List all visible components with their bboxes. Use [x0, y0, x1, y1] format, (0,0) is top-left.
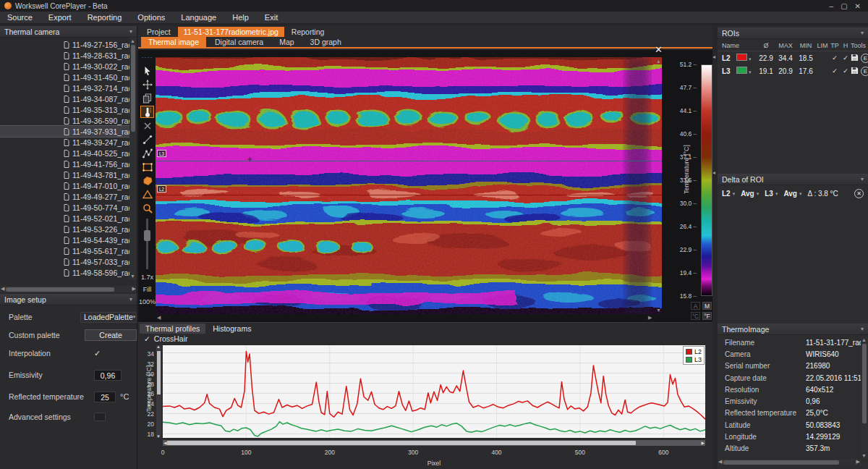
delta-roi-b-select[interactable]: L3▾ — [765, 190, 778, 198]
scroll-up-icon[interactable]: ▲ — [130, 38, 135, 43]
file-list-vscrollbar[interactable]: ▲ ▼ — [129, 38, 137, 279]
tp-checkbox[interactable]: ✓ — [829, 54, 841, 62]
tab-project[interactable]: Project — [141, 27, 176, 37]
menu-options[interactable]: Options — [137, 13, 165, 22]
export-icon[interactable] — [851, 67, 859, 76]
subtab-3d-graph[interactable]: 3D graph — [303, 37, 349, 47]
image-scroll-left-icon[interactable]: ◀ — [157, 315, 161, 321]
roi-l3-label[interactable]: L3 — [157, 150, 166, 157]
file-item[interactable]: 11-49-30-022_radiom — [0, 61, 129, 72]
chart-vscrollbar[interactable]: ▲ ▼ — [156, 345, 161, 438]
subtab-map[interactable]: Map — [272, 37, 301, 47]
image-scroll-right-icon[interactable]: ▶ — [648, 315, 652, 321]
menu-export[interactable]: Export — [48, 13, 72, 22]
close-icon[interactable]: ✕ — [855, 2, 861, 10]
h-checkbox[interactable]: ✓ — [841, 54, 851, 62]
file-item[interactable]: 11-49-40-525_radiom — [0, 148, 129, 159]
roi-color-swatch[interactable] — [736, 67, 747, 74]
zoom-percent-button[interactable]: 100% — [139, 298, 156, 305]
file-item[interactable]: 11-49-41-756_radiom — [0, 159, 129, 169]
delta-fn-b-select[interactable]: Avg▾ — [783, 190, 801, 198]
advanced-settings-button[interactable] — [94, 413, 106, 421]
close-image-icon[interactable]: ✕ — [655, 44, 663, 55]
line-icon[interactable] — [140, 133, 154, 145]
subtab-digital-camera[interactable]: Digital camera — [208, 37, 271, 47]
scroll-right-icon[interactable]: ▶ — [132, 286, 136, 292]
menu-source[interactable]: Source — [7, 13, 33, 22]
file-item[interactable]: 11-49-28-631_radiom — [0, 50, 129, 61]
file-item[interactable]: 11-49-47-010_radiom — [0, 180, 129, 191]
rectangle-icon[interactable] — [140, 161, 154, 173]
menu-language[interactable]: Language — [181, 13, 216, 22]
thermometer-icon[interactable] — [140, 106, 154, 118]
edit-roi-icon[interactable]: E — [861, 54, 868, 63]
file-item[interactable]: 11-49-49-277_radiom — [0, 191, 129, 202]
fill-button[interactable]: Fill — [143, 286, 152, 293]
file-item[interactable]: 11-49-31-450_radiom — [0, 72, 129, 83]
file-item[interactable]: 11-49-35-313_radiom — [0, 104, 129, 115]
polyline-icon[interactable] — [140, 147, 154, 159]
tab-histograms[interactable]: Histograms — [207, 324, 257, 334]
edit-roi-icon[interactable]: E — [861, 67, 868, 76]
roi-row[interactable]: L2 ▾ 22.9 34.4 18.5 ✓ ✓ E R ✕ — [718, 51, 868, 64]
fahrenheit-button[interactable]: °F — [702, 312, 712, 320]
scroll-down-icon[interactable]: ▼ — [130, 274, 135, 279]
file-item[interactable]: 11-49-27-156_radiom — [0, 39, 129, 50]
file-item[interactable]: 11-49-52-021_radiom — [0, 213, 129, 224]
delta-roi-a-select[interactable]: L2▾ — [722, 190, 735, 198]
file-item[interactable]: 11-49-53-226_radiom — [0, 224, 129, 234]
delete-cross-icon[interactable] — [140, 119, 154, 132]
create-palette-button[interactable]: Create — [85, 329, 137, 341]
thermoimage-vscrollbar[interactable]: ▲▼ — [861, 337, 868, 459]
celsius-button[interactable]: °C — [691, 312, 700, 320]
file-item[interactable]: 11-49-57-033_radiom — [0, 256, 129, 267]
magnifier-icon[interactable] — [140, 202, 154, 214]
file-item[interactable]: 11-49-54-439_radiom — [0, 234, 129, 245]
h-checkbox[interactable]: ✓ — [841, 67, 851, 75]
thermal-camera-header[interactable]: Thermal camera ▾ — [0, 26, 137, 38]
manual-mode-button[interactable]: M — [702, 302, 712, 310]
file-item[interactable]: 11-49-55-617_radiom — [0, 245, 129, 256]
emissivity-input[interactable]: 0,96 — [94, 370, 122, 381]
minimize-icon[interactable]: – — [830, 2, 834, 10]
file-item[interactable]: 11-49-50-774_radiom — [0, 202, 129, 213]
menu-reporting[interactable]: Reporting — [88, 13, 122, 22]
file-item[interactable]: 11-49-37-931_radiom — [0, 126, 129, 137]
roi-l3-line[interactable] — [156, 161, 662, 161]
delta-fn-a-select[interactable]: Avg▾ — [741, 190, 759, 198]
file-list-hscrollbar[interactable]: ◀ ▶ — [0, 286, 137, 292]
roi-row[interactable]: L3 ▾ 19.1 20.9 17.6 ✓ ✓ E R ✕ — [718, 64, 868, 77]
file-item[interactable]: 11-49-36-590_radiom — [0, 115, 129, 126]
polygon-icon[interactable] — [140, 174, 154, 187]
roi-l2-line[interactable] — [156, 195, 662, 195]
menu-help[interactable]: Help — [232, 13, 249, 22]
crosshair-checkbox[interactable]: ✓ — [144, 334, 150, 343]
tab-document[interactable]: 11-51-31-177radiometric.jpg — [178, 27, 284, 37]
file-item[interactable]: 11-49-34-087_radiom — [0, 93, 129, 104]
thermoimage-header[interactable]: ThermoImage ▾ — [718, 324, 868, 335]
move-icon[interactable] — [140, 78, 154, 90]
thermal-image[interactable]: L3 ✛ L2 — [156, 57, 662, 314]
scroll-left-icon[interactable]: ◀ — [1, 286, 4, 292]
image-scroll-up-icon[interactable]: ▲ — [656, 59, 661, 64]
delta-close-icon[interactable]: ✕ — [854, 189, 864, 198]
file-item[interactable]: 11-49-58-596_radiom — [0, 267, 129, 278]
tp-checkbox[interactable]: ✓ — [829, 67, 841, 75]
delta-header[interactable]: Delta of ROI ▾ — [718, 174, 868, 185]
file-item[interactable]: 11-49-43-781_radiom — [0, 169, 129, 180]
clipboard-icon[interactable] — [140, 92, 154, 104]
collapse-left-icon[interactable]: ◂ — [712, 54, 715, 60]
drag-dots-icon[interactable]: ···· — [140, 51, 154, 63]
rois-header[interactable]: ROIs ▾ — [718, 28, 868, 39]
image-scroll-down-icon[interactable]: ▼ — [656, 308, 661, 313]
export-icon[interactable] — [851, 54, 859, 63]
profile-plot[interactable]: L2L3 — [163, 345, 705, 438]
file-item[interactable]: 11-49-32-714_radiom — [0, 83, 129, 93]
tab-thermal-profiles[interactable]: Thermal profiles — [140, 324, 205, 334]
interpolation-checkbox[interactable]: ✓ — [94, 349, 101, 358]
roi-l2-label[interactable]: L2 — [157, 185, 166, 193]
auto-mode-button[interactable]: A — [691, 302, 700, 310]
zoom-slider[interactable] — [140, 219, 154, 269]
collapse-left-icon[interactable]: ◂ — [712, 169, 715, 176]
chart-hscrollbar[interactable]: ◀ ▶ — [163, 440, 705, 446]
